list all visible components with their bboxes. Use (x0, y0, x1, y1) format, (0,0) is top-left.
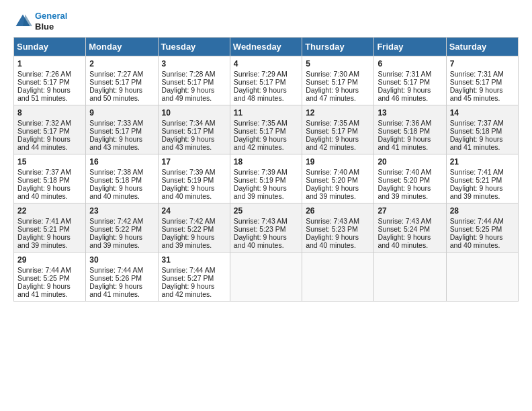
sunset-label: Sunset: 5:18 PM (17, 176, 70, 184)
sunset-label: Sunset: 5:17 PM (306, 78, 358, 86)
daylight-label: Daylight: 9 hours and 42 minutes. (306, 135, 359, 151)
calendar-day-cell: 18 Sunrise: 7:39 AM Sunset: 5:19 PM Dayl… (230, 154, 302, 203)
calendar-header-cell: Monday (86, 38, 158, 56)
day-number: 3 (162, 59, 227, 68)
daylight-label: Daylight: 9 hours and 40 minutes. (378, 233, 431, 249)
daylight-label: Daylight: 9 hours and 39 minutes. (378, 184, 431, 200)
calendar-day-cell (374, 253, 446, 302)
day-number: 22 (17, 206, 83, 216)
daylight-label: Daylight: 9 hours and 40 minutes. (89, 184, 142, 200)
day-number: 12 (306, 108, 371, 118)
sunrise-label: Sunrise: 7:26 AM (17, 70, 71, 78)
calendar-day-cell: 11 Sunrise: 7:35 AM Sunset: 5:17 PM Dayl… (230, 105, 302, 154)
sunrise-label: Sunrise: 7:29 AM (234, 70, 287, 78)
calendar-header-cell: Wednesday (230, 38, 302, 56)
day-number: 18 (234, 157, 299, 167)
sunrise-label: Sunrise: 7:35 AM (306, 119, 359, 127)
day-number: 16 (89, 157, 154, 167)
sunset-label: Sunset: 5:19 PM (162, 176, 214, 184)
daylight-label: Daylight: 9 hours and 44 minutes. (17, 135, 71, 151)
day-number: 24 (162, 206, 227, 216)
sunset-label: Sunset: 5:17 PM (378, 78, 430, 86)
day-number: 21 (450, 157, 515, 167)
calendar-day-cell: 25 Sunrise: 7:43 AM Sunset: 5:23 PM Dayl… (230, 203, 302, 253)
daylight-label: Daylight: 9 hours and 48 minutes. (234, 86, 287, 102)
daylight-label: Daylight: 9 hours and 42 minutes. (162, 282, 215, 298)
day-number: 13 (378, 108, 443, 118)
calendar-day-cell: 13 Sunrise: 7:36 AM Sunset: 5:18 PM Dayl… (374, 105, 446, 154)
sunset-label: Sunset: 5:18 PM (450, 127, 502, 135)
sunset-label: Sunset: 5:17 PM (17, 78, 70, 86)
daylight-label: Daylight: 9 hours and 42 minutes. (234, 135, 287, 151)
daylight-label: Daylight: 9 hours and 39 minutes. (17, 233, 71, 249)
sunrise-label: Sunrise: 7:30 AM (306, 70, 359, 78)
sunset-label: Sunset: 5:17 PM (89, 78, 142, 86)
day-number: 9 (89, 108, 154, 118)
day-number: 29 (17, 255, 83, 265)
day-number: 7 (450, 59, 515, 68)
daylight-label: Daylight: 9 hours and 45 minutes. (450, 86, 503, 102)
sunrise-label: Sunrise: 7:31 AM (450, 70, 504, 78)
daylight-label: Daylight: 9 hours and 41 minutes. (89, 282, 142, 298)
daylight-label: Daylight: 9 hours and 41 minutes. (450, 135, 503, 151)
sunset-label: Sunset: 5:20 PM (378, 176, 430, 184)
daylight-label: Daylight: 9 hours and 40 minutes. (162, 184, 215, 200)
daylight-label: Daylight: 9 hours and 41 minutes. (378, 135, 431, 151)
sunrise-label: Sunrise: 7:34 AM (162, 119, 216, 127)
sunrise-label: Sunrise: 7:42 AM (89, 217, 143, 225)
sunset-label: Sunset: 5:17 PM (306, 127, 358, 135)
sunset-label: Sunset: 5:17 PM (162, 127, 214, 135)
calendar-day-cell: 29 Sunrise: 7:44 AM Sunset: 5:25 PM Dayl… (14, 253, 86, 302)
calendar-day-cell: 28 Sunrise: 7:44 AM Sunset: 5:25 PM Dayl… (446, 203, 518, 253)
calendar-day-cell: 22 Sunrise: 7:41 AM Sunset: 5:21 PM Dayl… (14, 203, 86, 253)
day-number: 2 (89, 59, 154, 68)
sunrise-label: Sunrise: 7:35 AM (234, 119, 287, 127)
daylight-label: Daylight: 9 hours and 51 minutes. (17, 86, 71, 102)
sunrise-label: Sunrise: 7:41 AM (17, 217, 71, 225)
daylight-label: Daylight: 9 hours and 40 minutes. (450, 233, 503, 249)
sunrise-label: Sunrise: 7:44 AM (89, 266, 143, 274)
sunrise-label: Sunrise: 7:43 AM (378, 217, 431, 225)
calendar-day-cell: 20 Sunrise: 7:40 AM Sunset: 5:20 PM Dayl… (374, 154, 446, 203)
calendar-body: 1 Sunrise: 7:26 AM Sunset: 5:17 PM Dayli… (14, 56, 519, 302)
calendar-day-cell: 5 Sunrise: 7:30 AM Sunset: 5:17 PM Dayli… (302, 56, 374, 105)
sunset-label: Sunset: 5:17 PM (450, 78, 502, 86)
sunrise-label: Sunrise: 7:31 AM (378, 70, 431, 78)
calendar-day-cell: 24 Sunrise: 7:42 AM Sunset: 5:22 PM Dayl… (158, 203, 230, 253)
calendar-day-cell: 19 Sunrise: 7:40 AM Sunset: 5:20 PM Dayl… (302, 154, 374, 203)
sunrise-label: Sunrise: 7:37 AM (17, 168, 71, 176)
day-number: 4 (234, 59, 299, 68)
sunset-label: Sunset: 5:20 PM (306, 176, 358, 184)
day-number: 14 (450, 108, 515, 118)
daylight-label: Daylight: 9 hours and 39 minutes. (450, 184, 503, 200)
sunrise-label: Sunrise: 7:27 AM (89, 70, 143, 78)
day-number: 23 (89, 206, 154, 216)
calendar-day-cell (302, 253, 374, 302)
sunset-label: Sunset: 5:17 PM (234, 78, 286, 86)
calendar-day-cell (446, 253, 518, 302)
daylight-label: Daylight: 9 hours and 43 minutes. (162, 135, 215, 151)
calendar-day-cell: 12 Sunrise: 7:35 AM Sunset: 5:17 PM Dayl… (302, 105, 374, 154)
sunset-label: Sunset: 5:27 PM (162, 274, 214, 282)
calendar-day-cell: 8 Sunrise: 7:32 AM Sunset: 5:17 PM Dayli… (14, 105, 86, 154)
day-number: 15 (17, 157, 83, 167)
sunrise-label: Sunrise: 7:33 AM (89, 119, 143, 127)
day-number: 1 (17, 59, 83, 68)
daylight-label: Daylight: 9 hours and 39 minutes. (162, 233, 215, 249)
daylight-label: Daylight: 9 hours and 39 minutes. (89, 233, 142, 249)
calendar-header-cell: Thursday (302, 38, 374, 56)
daylight-label: Daylight: 9 hours and 39 minutes. (234, 184, 287, 200)
calendar-header-cell: Sunday (14, 38, 86, 56)
logo-icon (13, 12, 32, 31)
sunrise-label: Sunrise: 7:39 AM (162, 168, 216, 176)
calendar-day-cell: 4 Sunrise: 7:29 AM Sunset: 5:17 PM Dayli… (230, 56, 302, 105)
sunset-label: Sunset: 5:26 PM (89, 274, 142, 282)
day-number: 26 (306, 206, 371, 216)
day-number: 30 (89, 255, 154, 265)
calendar-day-cell: 17 Sunrise: 7:39 AM Sunset: 5:19 PM Dayl… (158, 154, 230, 203)
sunset-label: Sunset: 5:23 PM (306, 225, 358, 233)
calendar-week-row: 8 Sunrise: 7:32 AM Sunset: 5:17 PM Dayli… (14, 105, 519, 154)
calendar-header-row: SundayMondayTuesdayWednesdayThursdayFrid… (14, 38, 519, 56)
calendar-day-cell: 31 Sunrise: 7:44 AM Sunset: 5:27 PM Dayl… (158, 253, 230, 302)
day-number: 28 (450, 206, 515, 216)
